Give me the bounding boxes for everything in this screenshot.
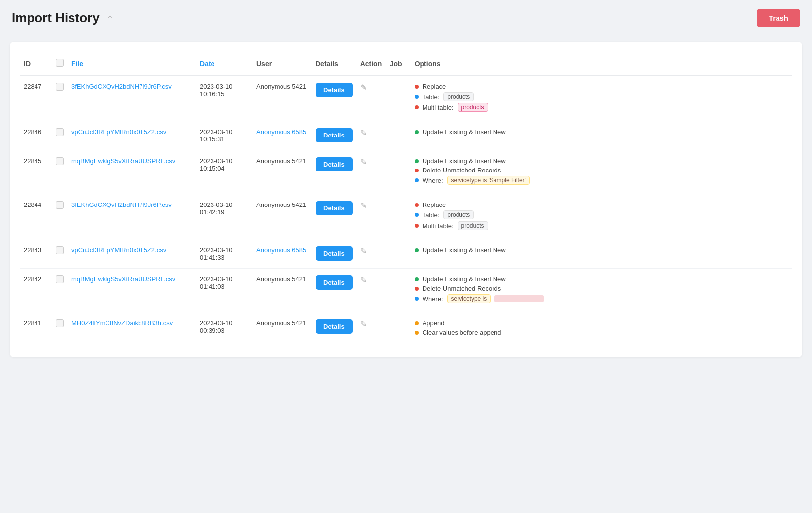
details-button[interactable]: Details bbox=[316, 319, 353, 334]
details-button[interactable]: Details bbox=[316, 157, 353, 171]
row-checkbox[interactable] bbox=[56, 83, 64, 91]
table-body: 228473fEKhGdCXQvH2bdNH7l9Jr6P.csv2023-03… bbox=[20, 75, 792, 345]
option-dot bbox=[415, 277, 419, 281]
cell-user: Anonymous 6585 bbox=[252, 239, 312, 269]
col-header-user: User bbox=[252, 54, 312, 75]
user-label: Anonymous 5421 bbox=[256, 201, 306, 208]
details-button[interactable]: Details bbox=[316, 275, 353, 290]
option-text: Update Existing & Insert New bbox=[423, 128, 506, 136]
col-header-job: Job bbox=[386, 54, 411, 75]
cell-date: 2023-03-10 10:16:15 bbox=[196, 75, 252, 121]
option-code: servicetype is 'Sample Filter' bbox=[447, 176, 530, 185]
header-checkbox[interactable] bbox=[56, 59, 64, 67]
home-icon[interactable]: ⌂ bbox=[107, 12, 113, 24]
cell-options: Update Existing & Insert NewDelete Unmat… bbox=[411, 150, 792, 194]
col-header-date: Date bbox=[196, 54, 252, 75]
table-row: 22841MH0Z4ltYmC8NvZDaikb8RB3h.csv2023-03… bbox=[20, 312, 792, 345]
cell-job bbox=[386, 312, 411, 345]
option-dot bbox=[415, 105, 419, 109]
edit-icon[interactable]: ✎ bbox=[360, 320, 367, 328]
cell-date: 2023-03-10 01:41:33 bbox=[196, 239, 252, 269]
cell-options: AppendClear values before append bbox=[411, 312, 792, 345]
cell-user: Anonymous 5421 bbox=[252, 194, 312, 239]
list-item: Table:products bbox=[415, 92, 788, 101]
cell-details: Details bbox=[312, 121, 356, 150]
details-button[interactable]: Details bbox=[316, 128, 353, 142]
cell-options: Update Existing & Insert NewDelete Unmat… bbox=[411, 269, 792, 312]
file-link[interactable]: 3fEKhGdCXQvH2bdNH7l9Jr6P.csv bbox=[71, 83, 172, 90]
option-tag: products bbox=[443, 210, 474, 219]
cell-id: 22844 bbox=[20, 194, 52, 239]
cell-id: 22847 bbox=[20, 75, 52, 121]
user-link[interactable]: Anonymous 6585 bbox=[256, 128, 306, 136]
edit-icon[interactable]: ✎ bbox=[360, 247, 367, 255]
cell-date: 2023-03-10 00:39:03 bbox=[196, 312, 252, 345]
cell-user: Anonymous 6585 bbox=[252, 121, 312, 150]
option-text: Delete Unmatched Records bbox=[423, 167, 501, 174]
option-text: Multi table: bbox=[423, 222, 454, 230]
cell-details: Details bbox=[312, 312, 356, 345]
option-text: Replace bbox=[423, 201, 446, 208]
option-code: servicetype is bbox=[447, 294, 491, 303]
details-button[interactable]: Details bbox=[316, 201, 353, 215]
cell-action: ✎ bbox=[356, 150, 386, 194]
cell-id: 22846 bbox=[20, 121, 52, 150]
col-header-check bbox=[52, 54, 68, 75]
edit-icon[interactable]: ✎ bbox=[360, 129, 367, 137]
list-item: Where:servicetype is 'Sample Filter' bbox=[415, 176, 788, 185]
option-dot bbox=[415, 248, 419, 252]
file-link[interactable]: vpCriJcf3RFpYMlRn0x0T5Z2.csv bbox=[71, 246, 166, 254]
cell-options: Update Existing & Insert New bbox=[411, 121, 792, 150]
cell-checkbox bbox=[52, 239, 68, 269]
option-tag: products bbox=[443, 92, 474, 101]
trash-button[interactable]: Trash bbox=[757, 9, 800, 27]
row-checkbox[interactable] bbox=[56, 128, 64, 136]
cell-file: vpCriJcf3RFpYMlRn0x0T5Z2.csv bbox=[68, 239, 196, 269]
option-text: Update Existing & Insert New bbox=[423, 246, 506, 254]
import-history-table: ID File Date User Details Action Job Opt… bbox=[20, 54, 792, 345]
row-checkbox[interactable] bbox=[56, 201, 64, 209]
option-dot bbox=[415, 203, 419, 207]
file-link[interactable]: mqBMgEwklgS5vXtRraUUSPRF.csv bbox=[71, 275, 175, 283]
row-checkbox[interactable] bbox=[56, 319, 64, 327]
list-item: Replace bbox=[415, 201, 788, 208]
list-item: Delete Unmatched Records bbox=[415, 285, 788, 292]
details-button[interactable]: Details bbox=[316, 83, 353, 97]
cell-details: Details bbox=[312, 150, 356, 194]
cell-checkbox bbox=[52, 194, 68, 239]
file-link[interactable]: MH0Z4ltYmC8NvZDaikb8RB3h.csv bbox=[71, 319, 173, 327]
user-label: Anonymous 5421 bbox=[256, 275, 306, 283]
cell-details: Details bbox=[312, 75, 356, 121]
cell-details: Details bbox=[312, 239, 356, 269]
cell-user: Anonymous 5421 bbox=[252, 150, 312, 194]
edit-icon[interactable]: ✎ bbox=[360, 83, 367, 92]
file-link[interactable]: 3fEKhGdCXQvH2bdNH7l9Jr6P.csv bbox=[71, 201, 172, 208]
option-blurred bbox=[494, 295, 544, 302]
cell-date: 2023-03-10 10:15:04 bbox=[196, 150, 252, 194]
row-checkbox[interactable] bbox=[56, 275, 64, 283]
option-text: Replace bbox=[423, 83, 446, 90]
file-link[interactable]: mqBMgEwklgS5vXtRraUUSPRF.csv bbox=[71, 157, 175, 165]
file-link[interactable]: vpCriJcf3RFpYMlRn0x0T5Z2.csv bbox=[71, 128, 166, 136]
row-checkbox[interactable] bbox=[56, 157, 64, 165]
option-text: Delete Unmatched Records bbox=[423, 285, 501, 292]
list-item: Table:products bbox=[415, 210, 788, 219]
option-text: Clear values before append bbox=[423, 329, 501, 336]
edit-icon[interactable]: ✎ bbox=[360, 202, 367, 210]
edit-icon[interactable]: ✎ bbox=[360, 276, 367, 284]
option-text: Multi table: bbox=[423, 104, 454, 111]
option-dot bbox=[415, 85, 419, 89]
list-item: Multi table:products bbox=[415, 103, 788, 112]
col-header-id: ID bbox=[20, 54, 52, 75]
option-dot bbox=[415, 224, 419, 228]
details-button[interactable]: Details bbox=[316, 246, 353, 261]
table-row: 22843vpCriJcf3RFpYMlRn0x0T5Z2.csv2023-03… bbox=[20, 239, 792, 269]
cell-action: ✎ bbox=[356, 75, 386, 121]
list-item: Append bbox=[415, 319, 788, 327]
header-left: Import History ⌂ bbox=[12, 10, 113, 26]
row-checkbox[interactable] bbox=[56, 246, 64, 254]
cell-checkbox bbox=[52, 269, 68, 312]
user-link[interactable]: Anonymous 6585 bbox=[256, 246, 306, 254]
edit-icon[interactable]: ✎ bbox=[360, 158, 367, 166]
table-row: 22846vpCriJcf3RFpYMlRn0x0T5Z2.csv2023-03… bbox=[20, 121, 792, 150]
